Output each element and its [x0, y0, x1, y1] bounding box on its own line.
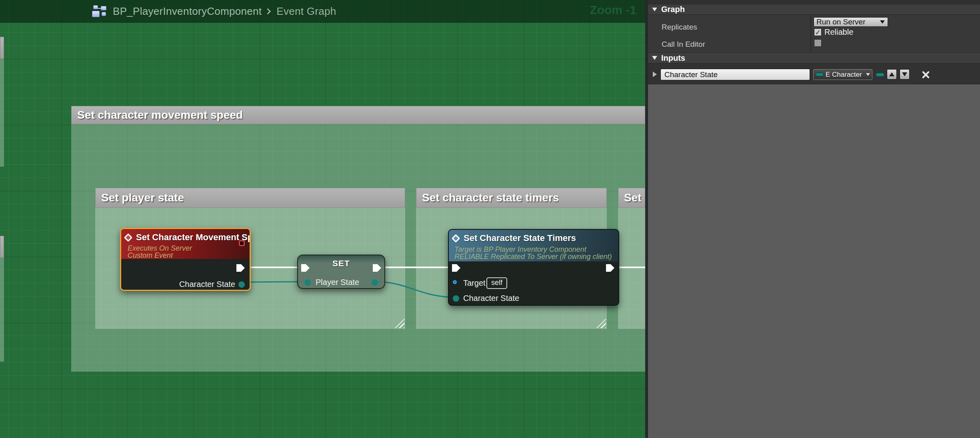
character-state-output-pin-icon[interactable] [238, 281, 245, 288]
section-title: Graph [661, 5, 685, 14]
replicates-label: Replicates [662, 23, 697, 32]
delete-input-button[interactable] [922, 70, 930, 79]
blueprint-editor: Set character movement speed Set player … [0, 0, 980, 438]
node-title: Set Character Movement Speed [136, 232, 251, 243]
expand-row-icon[interactable] [653, 72, 657, 77]
node-subtitle: RELIABLE Replicated To Server (if owning… [454, 253, 612, 261]
chevron-right-icon [265, 8, 271, 15]
self-target-badge: self [486, 277, 507, 289]
target-input-pin-icon[interactable] [453, 280, 457, 284]
details-panel: Graph Replicates Run on Server ✓ Reliabl… [645, 0, 980, 438]
node-header[interactable]: Set Character Movement Speed Executes On… [121, 229, 250, 259]
reliable-checkbox[interactable]: ✓ [814, 28, 822, 36]
exec-output-pin-icon[interactable] [606, 264, 614, 272]
node-graph-icon [92, 5, 107, 18]
replicates-value: Run on Server [814, 18, 880, 26]
pin-label: Character State [463, 294, 519, 303]
node-set-character-state-timers[interactable]: Set Character State Timers Target is BP … [448, 229, 619, 306]
chevron-down-icon [866, 73, 870, 76]
arrow-up-icon [889, 72, 894, 76]
move-down-button[interactable] [900, 69, 910, 80]
pin-label: Target [463, 279, 486, 288]
node-set-character-movement-speed[interactable]: Set Character Movement Speed Executes On… [120, 228, 251, 291]
reliable-label: Reliable [824, 28, 853, 37]
enum-pill-icon [816, 73, 824, 76]
wire-layer [0, 0, 645, 438]
enum-pill-icon [876, 73, 884, 77]
input-row: Character State E Character S [648, 64, 980, 84]
character-state-input-pin-icon[interactable] [453, 295, 459, 302]
panel-top-strip [648, 0, 980, 4]
player-state-output-pin-icon[interactable] [372, 279, 378, 286]
breadcrumb: BP_PlayerInventoryComponent Event Graph [92, 0, 336, 23]
replicated-event-badge-icon [239, 240, 245, 246]
expand-arrow-icon[interactable] [652, 8, 657, 12]
custom-event-icon [124, 233, 132, 241]
breadcrumb-blueprint-name[interactable]: BP_PlayerInventoryComponent [113, 5, 262, 18]
move-up-button[interactable] [887, 69, 897, 80]
node-subtitle: Custom Event [128, 251, 173, 260]
graph-canvas[interactable]: Set character movement speed Set player … [0, 0, 645, 438]
exec-output-pin-icon[interactable] [236, 264, 245, 272]
node-header[interactable]: Set Character State Timers Target is BP … [449, 230, 618, 261]
data-wire-player-state-to-character-state [376, 282, 456, 297]
call-in-editor-label: Call In Editor [662, 40, 705, 49]
arrow-down-icon [902, 72, 907, 76]
node-title: SET [298, 259, 384, 268]
section-title: Inputs [661, 54, 685, 63]
player-state-input-pin-icon[interactable] [304, 279, 311, 286]
call-in-editor-checkbox[interactable] [814, 39, 822, 47]
input-name-field[interactable]: Character State [660, 69, 810, 80]
node-set-player-state[interactable]: SET Player State [297, 255, 385, 289]
input-type-dropdown[interactable]: E Character S [813, 69, 872, 80]
event-call-icon [452, 234, 460, 242]
pin-label: Player State [316, 278, 359, 287]
pin-label: Character State [179, 280, 235, 289]
breadcrumb-page-name[interactable]: Event Graph [276, 5, 336, 18]
zoom-level-indicator: Zoom -1 [556, 3, 636, 17]
expand-arrow-icon[interactable] [652, 56, 657, 60]
chevron-down-icon [880, 20, 885, 24]
graph-section-header[interactable]: Graph [648, 4, 980, 15]
replicates-dropdown[interactable]: Run on Server [814, 17, 888, 27]
inputs-section-header[interactable]: Inputs [648, 52, 980, 64]
exec-input-pin-icon[interactable] [452, 264, 460, 272]
node-title: Set Character State Timers [464, 233, 576, 243]
input-type-value: E Character S [826, 71, 864, 79]
